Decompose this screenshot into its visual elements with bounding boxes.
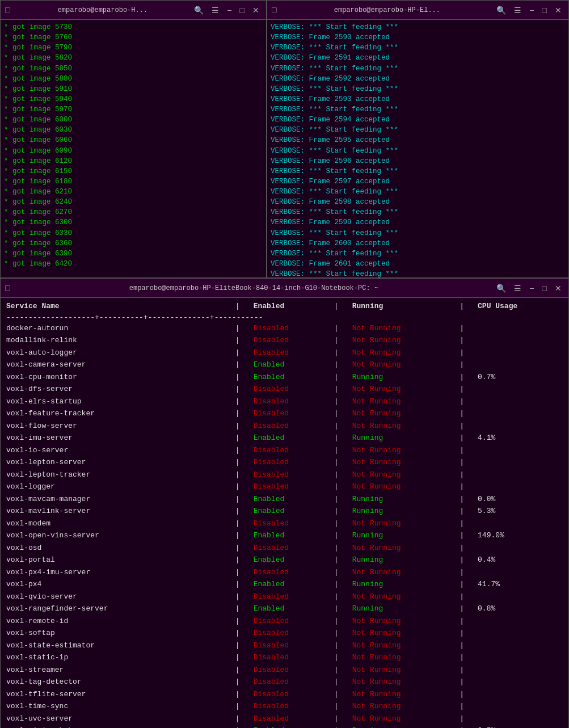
svc-running: Not Running (350, 420, 457, 432)
svc-running: Not Running (350, 517, 457, 530)
close-button-bottom[interactable]: ✕ (553, 283, 564, 294)
terminal-line: * got image 5970 (4, 104, 263, 115)
svc-name: voxl-tag-detector (4, 676, 233, 688)
svc-cpu (475, 395, 565, 408)
close-button-right[interactable]: ✕ (553, 5, 564, 16)
svc-running: Not Running (350, 713, 457, 725)
maximize-button-bottom[interactable]: □ (540, 283, 549, 294)
svc-name: voxl-logger (4, 481, 233, 493)
terminal-top-left: □ emparobo@emparobo-H... 🔍 ☰ − □ ✕ * got… (0, 0, 267, 278)
svc-cpu: 149.0% (475, 529, 565, 542)
terminal-line: VERBOSE: Frame 2592 accepted (271, 74, 565, 84)
svc-name: voxl-portal (4, 554, 233, 566)
svc-cpu (475, 334, 565, 347)
title-bar-bottom: □ emparobo@emparobo-HP-EliteBook-840-14-… (1, 279, 568, 298)
terminal-line: VERBOSE: *** Start feeding *** (271, 146, 565, 156)
terminal-line: VERBOSE: Frame 2594 accepted (271, 115, 565, 125)
svc-enabled: Disabled (251, 407, 332, 420)
svc-cpu (475, 591, 565, 603)
terminal-line: * got image 6240 (4, 197, 263, 207)
terminal-line: VERBOSE: Frame 2591 accepted (271, 53, 565, 63)
svc-running: Not Running (350, 469, 457, 481)
svc-cpu (475, 615, 565, 628)
table-row: voxl-rangefinder-server | Enabled | Runn… (4, 603, 565, 615)
menu-button-left[interactable]: ☰ (209, 5, 221, 16)
maximize-button-right[interactable]: □ (540, 5, 549, 16)
terminal-line: * got image 6120 (4, 156, 263, 166)
minimize-button-left[interactable]: − (225, 5, 234, 16)
table-row: voxl-mavcam-manager | Enabled | Running … (4, 493, 565, 506)
menu-button-bottom[interactable]: ☰ (512, 283, 524, 294)
terminal-line: VERBOSE: *** Start feeding *** (271, 166, 565, 176)
divider-line: --------------------+----------+--------… (4, 313, 565, 322)
table-row: voxl-mavlink-server | Enabled | Running … (4, 505, 565, 517)
svc-name: voxl-vision-hub (4, 725, 233, 728)
svc-cpu (475, 444, 565, 457)
search-button-bottom[interactable]: 🔍 (494, 283, 508, 294)
close-button-left[interactable]: ✕ (250, 5, 262, 16)
terminal-line: VERBOSE: Frame 2593 accepted (271, 94, 565, 104)
svc-running: Not Running (350, 664, 457, 676)
svc-cpu (475, 627, 565, 639)
svc-enabled: Enabled (251, 725, 332, 728)
terminal-line: VERBOSE: *** Start feeding *** (271, 43, 565, 53)
svc-cpu (475, 651, 565, 664)
terminal-icon-left: □ (5, 6, 10, 15)
terminal-line: * got image 5790 (4, 43, 263, 53)
terminal-line: VERBOSE: Frame 2595 accepted (271, 135, 565, 145)
svc-enabled: Disabled (251, 713, 332, 725)
svc-running: Not Running (350, 334, 457, 347)
svc-enabled: Disabled (251, 627, 332, 639)
svc-cpu (475, 322, 565, 335)
service-table: Service Name | Enabled | Running | CPU U… (4, 300, 565, 728)
svc-name: voxl-camera-server (4, 359, 233, 371)
svc-cpu (475, 517, 565, 530)
terminal-line: VERBOSE: *** Start feeding *** (271, 187, 565, 197)
svc-running: Not Running (350, 383, 457, 395)
svc-enabled: Enabled (251, 371, 332, 384)
table-row: voxl-lepton-tracker | Disabled | Not Run… (4, 469, 565, 481)
svc-running: Not Running (350, 615, 457, 628)
svc-cpu (475, 688, 565, 701)
svc-running: Not Running (350, 359, 457, 371)
table-row: voxl-px4 | Enabled | Running | 41.7% (4, 578, 565, 591)
svc-enabled: Disabled (251, 322, 332, 335)
title-bar-top-right: □ emparobo@emparobo-HP-El... 🔍 ☰ − □ ✕ (267, 1, 568, 20)
svc-name: voxl-px4-imu-server (4, 566, 233, 579)
svc-name: voxl-cpu-monitor (4, 371, 233, 384)
terminal-line: * got image 6150 (4, 166, 263, 176)
table-row: voxl-time-sync | Disabled | Not Running … (4, 700, 565, 713)
terminal-line: * got image 5760 (4, 32, 263, 43)
terminal-line: * got image 6390 (4, 249, 263, 259)
svc-running: Not Running (350, 688, 457, 701)
maximize-button-left[interactable]: □ (238, 5, 247, 16)
terminal-bottom: □ emparobo@emparobo-HP-EliteBook-840-14-… (0, 278, 569, 728)
search-button-left[interactable]: 🔍 (192, 5, 206, 16)
svc-name: docker-autorun (4, 322, 233, 335)
svc-running: Not Running (350, 651, 457, 664)
svc-name: voxl-px4 (4, 578, 233, 591)
svc-name: voxl-io-server (4, 444, 233, 457)
svc-running: Not Running (350, 481, 457, 493)
table-row: voxl-remote-id | Disabled | Not Running … (4, 615, 565, 628)
search-button-right[interactable]: 🔍 (494, 5, 508, 16)
svc-running: Not Running (350, 676, 457, 688)
window-actions-right: 🔍 ☰ − □ ✕ (494, 5, 564, 16)
table-row: voxl-softap | Disabled | Not Running | (4, 627, 565, 639)
terminal-line: * got image 6360 (4, 238, 263, 249)
terminal-body-left: * got image 5730* got image 5760* got im… (1, 20, 266, 277)
menu-button-right[interactable]: ☰ (512, 5, 524, 16)
svc-cpu (475, 469, 565, 481)
svc-name: voxl-feature-tracker (4, 407, 233, 420)
minimize-button-right[interactable]: − (527, 5, 536, 16)
svc-running: Running (350, 529, 457, 542)
svc-name: voxl-time-sync (4, 700, 233, 713)
svc-enabled: Enabled (251, 493, 332, 506)
minimize-button-bottom[interactable]: − (527, 283, 536, 294)
svc-running: Not Running (350, 542, 457, 554)
terminal-line: VERBOSE: Frame 2601 accepted (271, 259, 565, 269)
terminal-line: * got image 6210 (4, 187, 263, 197)
svc-running: Running (350, 505, 457, 517)
sep2: | (332, 300, 350, 313)
svc-name: voxl-qvio-server (4, 591, 233, 603)
